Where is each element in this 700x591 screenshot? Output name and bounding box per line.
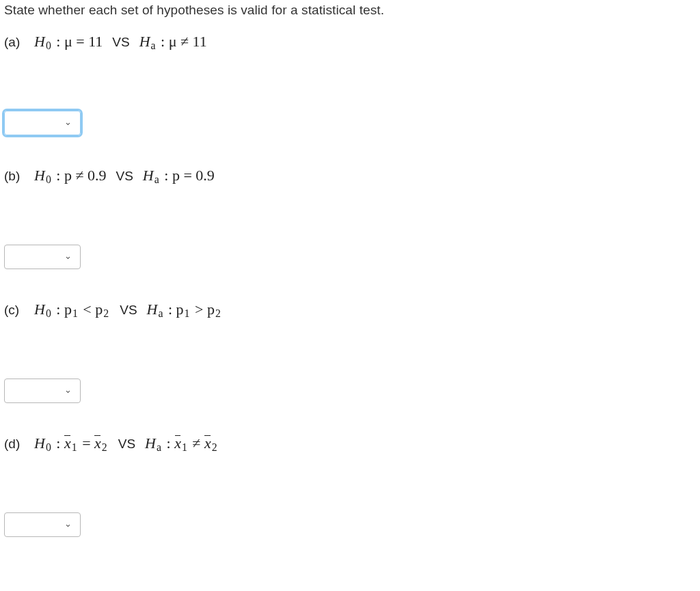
vs-label: VS bbox=[112, 35, 129, 50]
ha-symbol: H bbox=[147, 301, 158, 318]
dropdown-c-value bbox=[12, 386, 73, 396]
xbar-symbol: x bbox=[94, 435, 101, 452]
part-d: (d) H0 : x1 = x2 VS Ha : x1 ≠ x2 bbox=[4, 435, 696, 452]
part-c-ha: Ha : p1 > p2 bbox=[147, 301, 222, 318]
eq-symbol: = bbox=[79, 435, 94, 452]
h0-body-left: : p bbox=[53, 301, 72, 318]
ha-symbol: H bbox=[139, 33, 150, 50]
xbar2-subscript: 2 bbox=[102, 441, 107, 453]
ha-body: : μ ≠ 11 bbox=[157, 33, 207, 50]
xbar1-subscript: 1 bbox=[72, 441, 77, 453]
part-c: (c) H0 : p1 < p2 VS Ha : p1 > p2 bbox=[4, 301, 696, 318]
h0-symbol: H bbox=[34, 167, 45, 184]
h0-subscript: 0 bbox=[46, 40, 51, 51]
xbar-symbol: x bbox=[174, 435, 181, 452]
vs-label: VS bbox=[120, 303, 137, 318]
vs-label: VS bbox=[116, 169, 133, 184]
dropdown-d-value bbox=[12, 520, 73, 530]
ha-body: : p = 0.9 bbox=[161, 167, 215, 184]
ha-symbol: H bbox=[145, 435, 156, 452]
part-b-ha: Ha : p = 0.9 bbox=[143, 167, 215, 184]
dropdown-d[interactable]: ⌄ bbox=[4, 512, 81, 537]
dropdown-b[interactable]: ⌄ bbox=[4, 245, 81, 269]
ha-subscript: a bbox=[158, 307, 163, 319]
part-d-label: (d) bbox=[4, 437, 22, 452]
ha-subscript: a bbox=[157, 441, 161, 453]
dropdown-a-value bbox=[12, 118, 73, 128]
xbar1: x bbox=[64, 435, 71, 452]
question-prompt: State whether each set of hypotheses is … bbox=[4, 3, 696, 18]
part-d-h0: H0 : x1 = x2 bbox=[34, 435, 109, 452]
p1-subscript: 1 bbox=[185, 307, 190, 319]
xbar2: x bbox=[94, 435, 101, 452]
h0-body-mid: < p bbox=[79, 301, 103, 318]
part-a-h0: H0 : μ = 11 bbox=[34, 33, 103, 51]
h0-subscript: 0 bbox=[46, 441, 51, 453]
vs-label: VS bbox=[118, 437, 135, 452]
part-b: (b) H0 : p ≠ 0.9 VS Ha : p = 0.9 bbox=[4, 167, 696, 184]
xbar1: x bbox=[174, 435, 181, 452]
dropdown-b-value bbox=[12, 252, 73, 262]
part-b-h0: H0 : p ≠ 0.9 bbox=[34, 167, 107, 184]
h0-symbol: H bbox=[34, 435, 45, 452]
part-d-ha: Ha : x1 ≠ x2 bbox=[145, 435, 219, 452]
part-a-label: (a) bbox=[4, 35, 22, 50]
ha-body-mid: > p bbox=[191, 301, 215, 318]
h0-subscript: 0 bbox=[46, 307, 51, 319]
xbar1-subscript: 1 bbox=[182, 441, 187, 453]
xbar2-subscript: 2 bbox=[212, 441, 217, 453]
h0-body: : μ = 11 bbox=[53, 33, 103, 50]
neq-symbol: ≠ bbox=[189, 435, 204, 452]
colon: : bbox=[53, 435, 64, 452]
ha-body-left: : p bbox=[164, 301, 183, 318]
part-c-h0: H0 : p1 < p2 bbox=[34, 301, 110, 318]
p2-subscript: 2 bbox=[103, 307, 109, 319]
h0-body: : p ≠ 0.9 bbox=[53, 167, 107, 184]
ha-subscript: a bbox=[151, 40, 156, 51]
xbar2: x bbox=[204, 435, 211, 452]
h0-subscript: 0 bbox=[46, 174, 51, 185]
part-a-ha: Ha : μ ≠ 11 bbox=[139, 33, 207, 51]
part-b-label: (b) bbox=[4, 169, 22, 184]
dropdown-c[interactable]: ⌄ bbox=[4, 379, 81, 403]
xbar-symbol: x bbox=[64, 435, 71, 452]
dropdown-a[interactable]: ⌄ bbox=[4, 111, 81, 135]
ha-symbol: H bbox=[143, 167, 154, 184]
xbar-symbol: x bbox=[204, 435, 211, 452]
colon: : bbox=[163, 435, 174, 452]
ha-subscript: a bbox=[154, 174, 159, 185]
h0-symbol: H bbox=[34, 301, 45, 318]
part-c-label: (c) bbox=[4, 303, 22, 318]
part-a: (a) H0 : μ = 11 VS Ha : μ ≠ 11 bbox=[4, 33, 696, 51]
p1-subscript: 1 bbox=[72, 307, 78, 319]
p2-subscript: 2 bbox=[215, 307, 221, 319]
h0-symbol: H bbox=[34, 33, 45, 50]
